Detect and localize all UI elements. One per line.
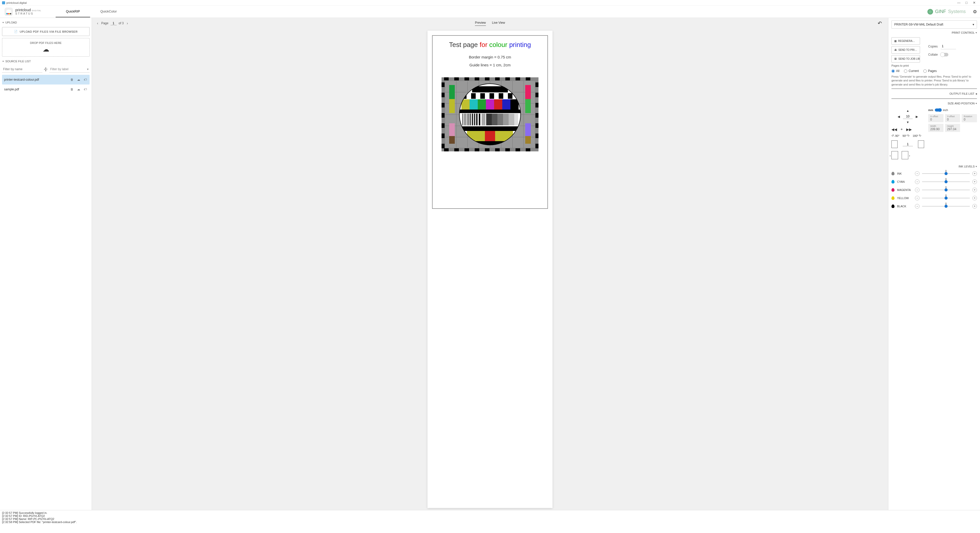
- undo-button[interactable]: ↶: [876, 20, 884, 26]
- ink-minus-button[interactable]: −: [915, 204, 920, 208]
- upload-button[interactable]: 📄 UPLOAD PDF FILES VIA FILE BROWSER: [2, 27, 89, 36]
- svg-rect-29: [442, 113, 445, 118]
- page-preview: Test page for colour printing Border mar…: [428, 31, 552, 508]
- ink-slider[interactable]: 0: [922, 187, 970, 193]
- rewind-button[interactable]: ◀◀: [891, 127, 897, 132]
- svg-rect-8: [444, 77, 449, 80]
- svg-rect-16: [526, 77, 530, 80]
- tag-icon[interactable]: 🏷: [83, 87, 88, 92]
- nudge-up-button[interactable]: ▲: [905, 108, 910, 113]
- rotate-180-button[interactable]: 180°↻: [913, 134, 921, 137]
- mirror-value-input[interactable]: [903, 142, 913, 146]
- svg-rect-12: [485, 77, 490, 80]
- tab-quickcolor[interactable]: QuickColor: [90, 6, 127, 18]
- nudge-amount-input[interactable]: [903, 114, 913, 119]
- ink-slider[interactable]: 0: [922, 179, 970, 184]
- pager: ‹ Page of 3 ›: [96, 20, 129, 26]
- file-item[interactable]: printer-testcard-colour.pdf🗑☁🏷: [2, 75, 89, 84]
- source-list-header[interactable]: SOURCE FILE LIST: [2, 59, 89, 64]
- center-button[interactable]: ⌖: [900, 127, 903, 132]
- collate-toggle[interactable]: [941, 53, 948, 56]
- ink-slider[interactable]: 0: [922, 171, 970, 176]
- mirror-right-icon[interactable]: [918, 140, 924, 148]
- tag-icon[interactable]: 🏷: [83, 77, 88, 82]
- page-prev-button[interactable]: ‹: [96, 20, 99, 26]
- svg-rect-34: [535, 93, 538, 97]
- svg-rect-36: [535, 113, 538, 118]
- ink-slider[interactable]: 0: [922, 204, 970, 209]
- download-icon[interactable]: ☁: [76, 77, 81, 82]
- svg-rect-80: [463, 114, 463, 125]
- ink-plus-button[interactable]: +: [972, 180, 977, 184]
- ink-minus-button[interactable]: −: [915, 180, 920, 184]
- ink-plus-button[interactable]: +: [972, 171, 977, 176]
- filter-name-input[interactable]: [2, 66, 42, 73]
- upload-header[interactable]: UPLOAD: [2, 20, 89, 25]
- testcard: [442, 77, 538, 151]
- file-icon: 📄: [14, 30, 18, 33]
- tab-quickrip[interactable]: QuickRIP: [56, 6, 90, 18]
- rotate-90-button[interactable]: 90°↻: [902, 134, 910, 137]
- close-button[interactable]: ✕: [970, 1, 978, 5]
- filter-label-select[interactable]: Filter by label▾: [49, 66, 89, 73]
- nudge-down-button[interactable]: ▼: [905, 120, 910, 124]
- ink-minus-button[interactable]: −: [915, 171, 920, 176]
- svg-rect-25: [526, 148, 530, 151]
- settings-button[interactable]: ⚙: [970, 9, 980, 14]
- pages-range-radio[interactable]: Pages: [923, 69, 937, 73]
- dropzone[interactable]: DROP PDF FILES HERE ☁: [2, 38, 89, 57]
- print-control-header[interactable]: PRINT CONTROL: [891, 30, 977, 36]
- forward-button[interactable]: ▶▶: [906, 127, 912, 132]
- pages-all-radio[interactable]: All: [891, 69, 899, 73]
- image-icon: ▦: [894, 40, 897, 42]
- pages-current-radio[interactable]: Current: [904, 69, 919, 73]
- ink-plus-button[interactable]: +: [972, 196, 977, 200]
- ink-levels-header[interactable]: INK LEVELS: [891, 163, 977, 170]
- minimize-button[interactable]: —: [955, 1, 963, 5]
- send-to-job-library-button[interactable]: 🏛SEND TO JOB LIBRAR…: [891, 55, 920, 62]
- svg-rect-3: [6, 13, 7, 14]
- orient-portrait-icon[interactable]: ‹: [891, 151, 898, 159]
- svg-rect-60: [525, 136, 531, 144]
- log-panel: [2:32:57 PM] Successfully logged in.[2:3…: [0, 510, 980, 533]
- maximize-button[interactable]: □: [963, 1, 970, 5]
- ink-slider[interactable]: 0: [922, 196, 970, 200]
- ink-plus-button[interactable]: +: [972, 188, 977, 192]
- nudge-left-button[interactable]: ◀: [897, 115, 901, 119]
- unit-toggle[interactable]: [935, 108, 942, 111]
- sort-toggle[interactable]: ▴ABC▾: [44, 67, 48, 72]
- rotation-field[interactable]: Rotation0: [962, 114, 977, 122]
- mirror-left-icon[interactable]: [891, 140, 897, 148]
- copies-input[interactable]: [941, 43, 956, 49]
- nudge-right-button[interactable]: ▶: [915, 115, 919, 119]
- ink-minus-button[interactable]: −: [915, 188, 920, 192]
- download-icon[interactable]: ☁: [76, 87, 81, 92]
- ink-drop-icon: [891, 188, 894, 192]
- regenerate-button[interactable]: ▦REGENERA…: [891, 37, 920, 45]
- svg-rect-69: [499, 93, 503, 99]
- height-field[interactable]: Height297.04: [945, 124, 960, 132]
- tab-preview[interactable]: Preview: [475, 21, 486, 26]
- log-line: [2:32:57 PM] ID: RID-PGYH-ATQ2: [2, 514, 978, 517]
- file-item[interactable]: sample.pdf🗑☁🏷: [2, 84, 89, 94]
- svg-rect-4: [7, 13, 9, 14]
- orient-landscape-icon[interactable]: ›: [902, 151, 908, 159]
- rotate-neg90-button[interactable]: ↺-90°: [891, 134, 899, 137]
- output-file-list-header[interactable]: OUTPUT FILE LIST: [891, 91, 977, 97]
- width-field[interactable]: Width209.90: [928, 124, 943, 132]
- ink-minus-button[interactable]: −: [915, 196, 920, 200]
- size-position-header[interactable]: SIZE AND POSITION: [891, 100, 977, 107]
- delete-icon[interactable]: 🗑: [70, 87, 74, 92]
- tab-live-view[interactable]: Live View: [492, 21, 505, 26]
- page-next-button[interactable]: ›: [126, 20, 129, 26]
- printer-select[interactable]: PRINTER-S9-VW-M4L Default Draft▾: [891, 21, 977, 29]
- svg-rect-19: [465, 148, 469, 151]
- x-offset-field[interactable]: X-offset0: [928, 114, 943, 122]
- delete-icon[interactable]: 🗑: [70, 77, 74, 82]
- app-icon: [2, 1, 5, 4]
- send-to-print-button[interactable]: 🖶SEND TO PRI…: [891, 46, 920, 54]
- y-offset-field[interactable]: Y-offset0: [945, 114, 960, 122]
- ink-plus-button[interactable]: +: [972, 204, 977, 208]
- page-number-input[interactable]: [110, 21, 117, 25]
- svg-rect-30: [442, 123, 445, 128]
